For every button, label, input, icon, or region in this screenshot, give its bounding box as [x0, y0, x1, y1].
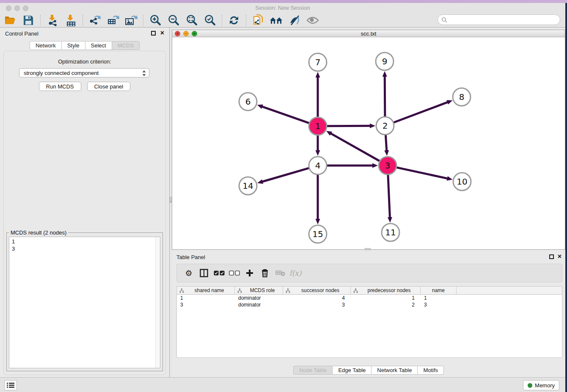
- open-session-icon[interactable]: [3, 14, 17, 27]
- edge-arrowhead: [447, 176, 453, 181]
- network-canvas[interactable]: 7968124314101511: [172, 37, 565, 249]
- table-tab-network-table[interactable]: Network Table: [372, 366, 418, 375]
- edge-3-11[interactable]: [388, 175, 390, 218]
- split-columns-icon[interactable]: [196, 265, 212, 281]
- control-panel-float-button[interactable]: [151, 31, 156, 36]
- edge-2-9[interactable]: [385, 76, 385, 116]
- select-all-columns-icon[interactable]: [212, 265, 227, 281]
- graph-node-9[interactable]: 9: [376, 52, 394, 70]
- table-cell[interactable]: 2: [351, 301, 421, 308]
- table-row[interactable]: 3dominator323: [177, 301, 562, 308]
- column-header-MCDS-role[interactable]: MCDS role: [235, 287, 283, 294]
- edge-arrowhead: [388, 217, 392, 223]
- table-cell[interactable]: 1: [351, 295, 421, 301]
- function-builder-icon[interactable]: f(x): [288, 265, 303, 281]
- table-panel-title: Table Panel: [176, 254, 205, 260]
- control-panel-title: Control Panel: [5, 30, 39, 37]
- edge-arrowhead: [316, 150, 320, 156]
- table-row[interactable]: 1dominator411: [177, 295, 562, 301]
- edge-2-3[interactable]: [385, 135, 386, 151]
- import-table-icon[interactable]: [64, 14, 77, 27]
- add-column-icon[interactable]: [242, 265, 257, 281]
- graph-node-7[interactable]: 7: [309, 53, 327, 71]
- toolbar-separator: [40, 15, 41, 26]
- edge-4-14[interactable]: [262, 168, 309, 182]
- table-settings-icon[interactable]: ⚙: [181, 265, 196, 281]
- mcds-result-line: 1: [12, 238, 160, 245]
- graph-node-6[interactable]: 6: [239, 93, 257, 110]
- table-cell[interactable]: dominator: [235, 301, 283, 308]
- mcds-result-textarea[interactable]: 13: [9, 237, 160, 368]
- zoom-selected-icon[interactable]: [203, 14, 217, 27]
- result-scrollbar[interactable]: [155, 237, 160, 368]
- graph-node-10[interactable]: 10: [453, 173, 471, 190]
- edge-2-8[interactable]: [394, 102, 449, 122]
- control-panel-tabs: NetworkStyleSelectMCDS: [0, 41, 169, 50]
- table-cell[interactable]: 3: [421, 301, 457, 308]
- close-panel-button[interactable]: Close panel: [87, 82, 131, 91]
- edge-1-2[interactable]: [327, 126, 371, 126]
- graph-node-11[interactable]: 11: [382, 224, 399, 241]
- edge-3-1[interactable]: [330, 133, 380, 161]
- graph-node-2[interactable]: 2: [376, 117, 394, 135]
- edge-3-10[interactable]: [397, 168, 448, 179]
- table-cell[interactable]: 4: [283, 295, 351, 301]
- svg-text:8: 8: [459, 92, 465, 102]
- toolbar-separator: [83, 15, 83, 26]
- table-cell[interactable]: 1: [421, 295, 457, 301]
- table-cell[interactable]: 1: [177, 295, 235, 301]
- search-input[interactable]: [449, 16, 560, 24]
- zoom-out-icon[interactable]: [167, 14, 180, 27]
- desktop-background-right: [565, 3, 567, 392]
- table-cell[interactable]: dominator: [235, 295, 283, 301]
- run-mcds-button[interactable]: Run MCDS: [39, 82, 81, 91]
- tab-mcds[interactable]: MCDS: [112, 41, 140, 50]
- table-tab-node-table[interactable]: Node Table: [293, 366, 333, 375]
- column-header-shared-name[interactable]: shared name: [177, 287, 235, 294]
- delete-table-icon[interactable]: [272, 265, 288, 281]
- table-tab-edge-table[interactable]: Edge Table: [333, 366, 372, 375]
- home-icon[interactable]: [270, 14, 283, 27]
- refresh-view-icon[interactable]: [227, 14, 241, 27]
- column-header-predecessor-nodes[interactable]: predecessor nodes: [351, 287, 421, 294]
- svg-text:9: 9: [382, 56, 388, 66]
- task-history-icon[interactable]: [4, 380, 17, 390]
- zoom-in-icon[interactable]: [149, 14, 162, 27]
- svg-text:15: 15: [312, 229, 323, 239]
- graph-node-4[interactable]: 4: [309, 157, 327, 174]
- table-cell[interactable]: 3: [283, 301, 351, 308]
- mcds-panel: Optimization criterion: strongly connect…: [3, 51, 166, 375]
- graph-node-3[interactable]: 3: [379, 157, 396, 174]
- tab-network[interactable]: Network: [30, 41, 62, 50]
- memory-button[interactable]: Memory: [523, 380, 559, 390]
- export-image-icon[interactable]: [124, 14, 138, 27]
- column-header-successor-nodes[interactable]: successor nodes: [283, 287, 351, 294]
- table-toolbar: ⚙ f(x): [176, 264, 562, 282]
- save-session-icon[interactable]: [22, 14, 35, 27]
- graph-node-8[interactable]: 8: [453, 88, 471, 106]
- eye-icon[interactable]: [306, 14, 319, 27]
- toggle-birds-eye-icon[interactable]: [288, 14, 301, 27]
- table-panel-close-button[interactable]: ×: [558, 253, 561, 260]
- optimization-criterion-select[interactable]: strongly connected component: [19, 68, 149, 77]
- tab-select[interactable]: Select: [85, 41, 112, 50]
- table-panel-float-button[interactable]: [549, 254, 554, 259]
- table-tab-motifs[interactable]: Motifs: [418, 366, 444, 375]
- network-from-document-icon[interactable]: [251, 14, 265, 27]
- import-network-icon[interactable]: [46, 14, 59, 27]
- graph-node-1[interactable]: 1: [309, 117, 327, 135]
- edge-arrowhead: [446, 100, 452, 105]
- graph-node-14[interactable]: 14: [239, 177, 257, 195]
- table-header-row: shared nameMCDS rolesuccessor nodesprede…: [177, 287, 562, 295]
- column-header-name[interactable]: name: [421, 287, 457, 294]
- deselect-all-columns-icon[interactable]: [227, 265, 242, 281]
- tab-style[interactable]: Style: [62, 41, 85, 50]
- export-network-icon[interactable]: [88, 14, 102, 27]
- edge-1-6[interactable]: [261, 106, 309, 123]
- table-cell[interactable]: 3: [177, 301, 235, 308]
- export-table-icon[interactable]: [106, 14, 120, 27]
- delete-column-icon[interactable]: [257, 265, 272, 281]
- control-panel-close-button[interactable]: ×: [160, 29, 164, 37]
- zoom-fit-icon[interactable]: [185, 14, 198, 27]
- graph-node-15[interactable]: 15: [309, 225, 327, 243]
